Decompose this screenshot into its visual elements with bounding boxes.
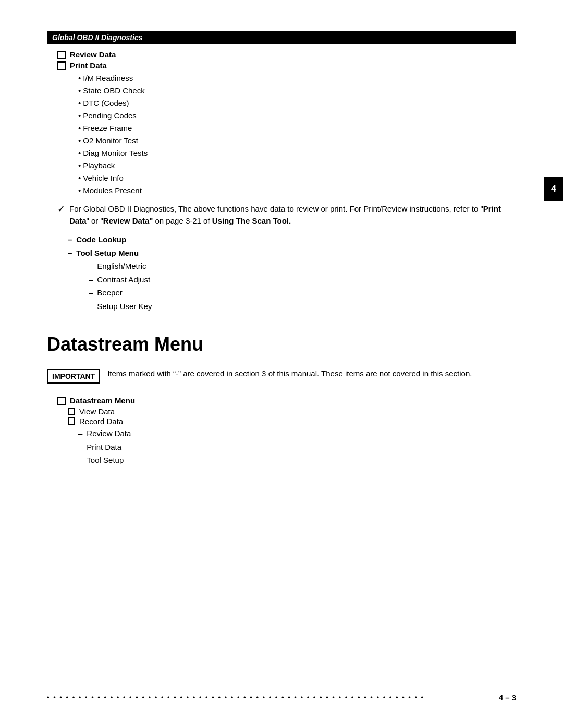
list-item: Vehicle Info	[78, 172, 516, 184]
list-item: Tool Setup	[78, 453, 516, 467]
record-data-label: Record Data	[79, 417, 123, 426]
checkmark-note-text: For Global OBD II Diagnostics, The above…	[69, 203, 516, 227]
list-item: Diag Monitor Tests	[78, 147, 516, 159]
datastream-menu-item: Datastream Menu	[47, 396, 516, 405]
list-item: Playback	[78, 159, 516, 172]
tool-setup-sub-list: English/Metric Contrast Adjust Beeper Se…	[63, 260, 516, 313]
footer: • • • • • • • • • • • • • • • • • • • • …	[47, 693, 516, 702]
header-bar: Global OBD II Diagnostics	[47, 31, 516, 44]
list-item: Pending Codes	[78, 109, 516, 122]
review-data-label: Review Data	[70, 50, 116, 59]
list-item: O2 Monitor Test	[78, 134, 516, 147]
list-item: Beeper	[89, 286, 516, 300]
record-data-item: Record Data	[68, 417, 516, 426]
ds-dash-list: Review Data Print Data Tool Setup	[68, 427, 516, 467]
list-item: English/Metric	[89, 260, 516, 273]
review-data-checkbox	[57, 51, 66, 59]
code-lookup-section: Code Lookup Tool Setup Menu English/Metr…	[47, 233, 516, 313]
code-lookup-item: Code Lookup	[63, 233, 516, 246]
page-container: 4 Global OBD II Diagnostics Review Data …	[0, 0, 563, 728]
list-item: Review Data	[78, 427, 516, 440]
page-tab-number: 4	[544, 177, 563, 201]
contrast-adjust-item: Contrast Adjust	[89, 273, 516, 287]
view-data-label: View Data	[79, 407, 115, 416]
print-data-label: Print Data	[70, 61, 107, 70]
important-label: IMPORTANT	[47, 369, 100, 384]
list-item: Modules Present	[78, 184, 516, 197]
list-item: DTC (Codes)	[78, 97, 516, 109]
print-data-checkbox	[57, 61, 66, 70]
checkmark-note: ✓ For Global OBD II Diagnostics, The abo…	[57, 203, 516, 227]
list-item: Freeze Frame	[78, 122, 516, 134]
checkmark-icon: ✓	[57, 202, 65, 216]
footer-page-number: 4 – 3	[499, 693, 516, 702]
datastream-menu-label: Datastream Menu	[70, 396, 135, 405]
datastream-menu-title: Datastream Menu	[47, 334, 516, 355]
record-data-checkbox	[68, 417, 75, 425]
ds-sub-items: View Data Record Data Review Data Print …	[47, 407, 516, 467]
list-item: State OBD Check	[78, 84, 516, 97]
list-item: I/M Readiness	[78, 72, 516, 84]
print-data-item: Print Data	[47, 61, 516, 70]
print-data-sub-list: I/M Readiness State OBD Check DTC (Codes…	[47, 72, 516, 197]
list-item: Setup User Key	[89, 300, 516, 313]
important-box: IMPORTANT Items marked with “-” are cove…	[47, 368, 516, 384]
footer-dots: • • • • • • • • • • • • • • • • • • • • …	[47, 694, 494, 701]
view-data-checkbox	[68, 408, 75, 415]
list-item: Print Data	[78, 440, 516, 454]
review-data-item: Review Data	[47, 50, 516, 59]
tool-setup-menu-item: Tool Setup Menu	[63, 246, 516, 260]
important-text: Items marked with “-” are covered in sec…	[107, 368, 472, 380]
view-data-item: View Data	[68, 407, 516, 416]
datastream-menu-checkbox	[57, 397, 66, 405]
